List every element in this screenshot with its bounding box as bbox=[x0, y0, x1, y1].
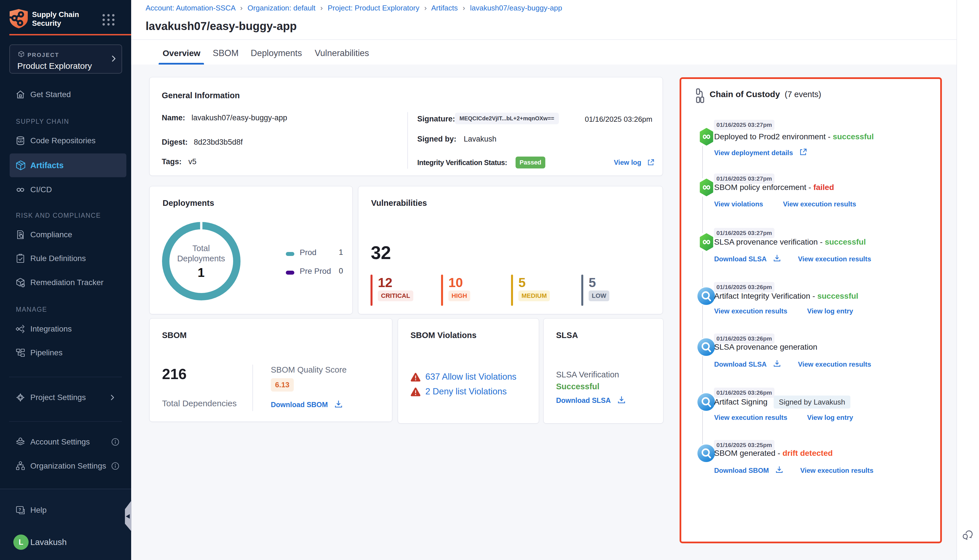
svg-text:?: ? bbox=[18, 507, 21, 512]
